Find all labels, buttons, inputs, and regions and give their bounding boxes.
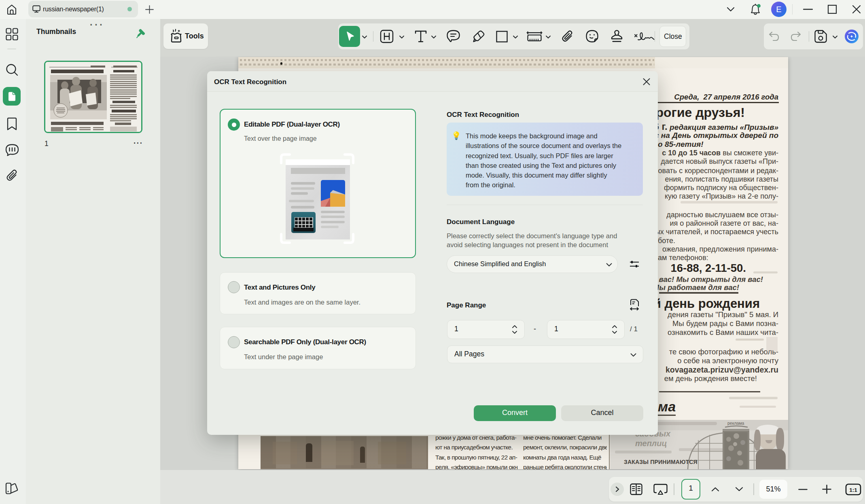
svg-text:1:1: 1:1 — [849, 487, 857, 493]
